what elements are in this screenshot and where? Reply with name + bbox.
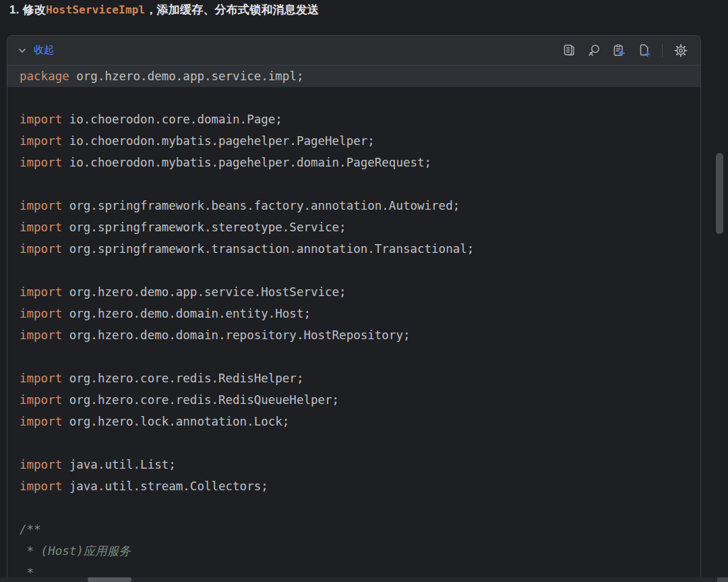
code-block-panel: 收起	[7, 35, 701, 582]
code-area[interactable]: package org.hzero.demo.app.service.impl;…	[7, 65, 700, 582]
code-line: import org.hzero.lock.annotation.Lock;	[7, 411, 700, 432]
code-line: import org.springframework.stereotype.Se…	[7, 216, 700, 238]
add-file-icon	[636, 43, 651, 58]
scrollbar-corner	[717, 577, 728, 582]
heading-prefix: 1. 修改	[9, 3, 46, 16]
code-blank-line	[7, 87, 700, 109]
code-line: package org.hzero.demo.app.service.impl;	[7, 65, 700, 87]
insert-code-icon	[611, 43, 626, 58]
code-line: import org.springframework.beans.factory…	[7, 195, 700, 216]
vertical-scrollbar-thumb[interactable]	[716, 153, 723, 234]
code-line: /**	[7, 519, 700, 540]
collapse-label: 收起	[34, 44, 54, 57]
chevron-down-icon	[17, 45, 28, 56]
heading-inline-code: HostServiceImpl	[46, 3, 146, 16]
code-line: import io.choerodon.core.domain.Page;	[7, 109, 700, 130]
code-line: import org.hzero.demo.app.service.HostSe…	[7, 281, 700, 303]
code-blank-line	[7, 173, 700, 195]
settings-icon	[673, 43, 688, 58]
code-blank-line	[7, 260, 700, 281]
code-block-toolbar: 收起	[7, 36, 700, 65]
heading-suffix: ，添加缓存、分布式锁和消息发送	[145, 3, 319, 16]
settings-button[interactable]	[671, 40, 691, 61]
toolbar-divider	[662, 44, 663, 57]
code-blank-line	[7, 497, 700, 519]
add-file-button[interactable]	[634, 40, 654, 61]
section-heading: 1. 修改HostServiceImpl，添加缓存、分布式锁和消息发送	[9, 2, 319, 18]
svg-text:A: A	[588, 50, 593, 57]
code-blank-line	[7, 432, 700, 454]
page: 1. 修改HostServiceImpl，添加缓存、分布式锁和消息发送 收起	[0, 0, 728, 582]
find-button[interactable]: A	[584, 40, 604, 61]
code-line: * (Host)应用服务	[7, 540, 700, 562]
code-line: import io.choerodon.mybatis.pagehelper.d…	[7, 152, 700, 173]
code-line: import java.util.stream.Collectors;	[7, 475, 700, 497]
code-line: import org.hzero.core.redis.RedisQueueHe…	[7, 389, 700, 411]
code-line: import org.hzero.demo.domain.entity.Host…	[7, 303, 700, 324]
code-line: import java.util.List;	[7, 454, 700, 475]
code-line: import org.springframework.transaction.a…	[7, 238, 700, 260]
horizontal-scrollbar-thumb[interactable]	[88, 577, 131, 582]
toolbar-actions: A	[559, 40, 691, 61]
code-line: import org.hzero.demo.domain.repository.…	[7, 324, 700, 346]
find-icon: A	[586, 43, 601, 58]
copy-icon	[562, 43, 576, 58]
code-line: import io.choerodon.mybatis.pagehelper.P…	[7, 130, 700, 152]
code-blank-line	[7, 346, 700, 368]
code-line: import org.hzero.core.redis.RedisHelper;	[7, 368, 700, 389]
copy-button[interactable]	[559, 40, 579, 61]
collapse-toggle[interactable]: 收起	[17, 44, 54, 57]
horizontal-scrollbar[interactable]	[0, 577, 728, 582]
insert-code-button[interactable]	[609, 40, 629, 61]
